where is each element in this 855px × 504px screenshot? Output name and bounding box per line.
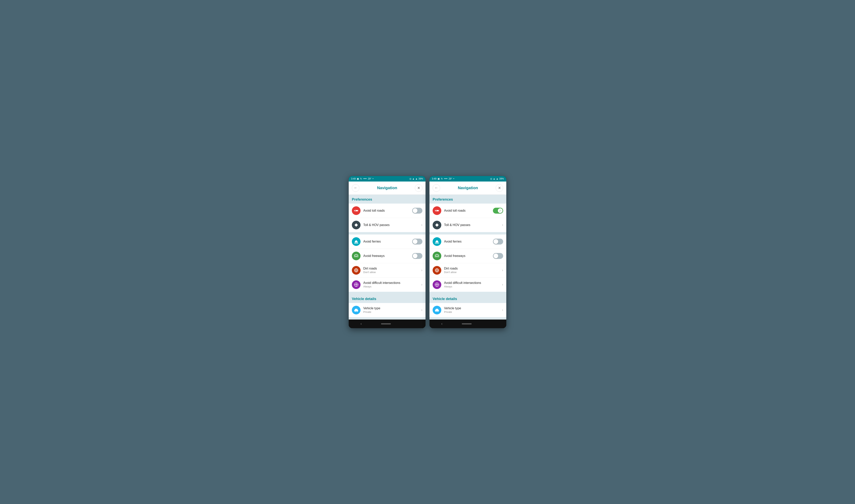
intersections-text-right: Avoid difficult intersections Always — [444, 281, 502, 288]
phone-right: 3:49 ▣ ↻ •••• 29° • ◎ ▲ ▲ 39% ← Navigati… — [430, 176, 506, 328]
close-button-left[interactable]: ✕ — [415, 184, 422, 192]
ferries-toggle-right[interactable] — [493, 239, 503, 245]
gap3-right — [430, 317, 506, 320]
toll-roads-label-left: Avoid toll roads — [363, 209, 412, 212]
signal-dots: •••• — [363, 177, 367, 180]
driving-list-right: Avoid ferries — [430, 234, 506, 292]
signal-icon: ▲ — [415, 177, 418, 180]
sim-icon-right: ▣ — [438, 177, 440, 180]
svg-point-18 — [436, 210, 437, 211]
hov-label-left: Toll & HOV passes — [363, 223, 421, 227]
dirt-label-left: Dirt roads — [363, 267, 421, 270]
hov-icon-left — [352, 221, 361, 229]
dirt-text-right: Dirt roads Don't allow — [444, 267, 502, 274]
avoid-freeways-item-right[interactable]: Avoid freeways — [430, 249, 506, 263]
freeways-text-left: Avoid freeways — [363, 254, 412, 258]
hov-text-left: Toll & HOV passes — [363, 223, 421, 227]
ferries-text-right: Avoid ferries — [444, 240, 493, 243]
gap1-right — [430, 232, 506, 234]
bottom-bar-right: ‹ — [430, 320, 506, 328]
vehicle-chevron-right: › — [502, 308, 503, 312]
dirt-chevron-left: › — [421, 268, 422, 272]
avoid-toll-roads-item-left[interactable]: Avoid toll roads — [349, 203, 425, 218]
toll-roads-knob-right: ✓ — [498, 208, 503, 213]
toll-icon-left — [352, 206, 361, 215]
svg-point-22 — [437, 270, 437, 270]
preferences-header-left: Preferences — [349, 195, 425, 203]
freeways-toggle-left[interactable] — [412, 253, 422, 259]
vehicle-type-sublabel-right: Private — [444, 310, 502, 313]
svg-point-15 — [355, 311, 355, 312]
back-button-left[interactable]: ← — [352, 184, 359, 192]
header-title-left: Navigation — [377, 186, 397, 190]
sync-icon-right: ↻ — [441, 177, 443, 180]
gap1-left — [349, 232, 425, 234]
preferences-list-right: Avoid toll roads ✓ Toll & HOV — [430, 203, 506, 232]
phone-left: 3:49 ▣ ↻ •••• 29° • ◎ ▲ ▲ 39% ← Navigati… — [349, 176, 425, 328]
vehicle-type-sublabel-left: Private — [363, 310, 421, 313]
vehicle-type-label-left: Vehicle type — [363, 307, 421, 310]
freeways-toggle-right[interactable] — [493, 253, 503, 259]
vehicle-type-text-left: Vehicle type Private — [363, 307, 421, 313]
vehicle-type-label-right: Vehicle type — [444, 307, 502, 310]
time-left: 3:49 — [351, 177, 355, 180]
toll-roads-toggle-right[interactable]: ✓ — [493, 208, 503, 214]
toll-hov-item-right[interactable]: Toll & HOV passes › — [430, 218, 506, 232]
bottom-bar-left: ‹ — [349, 320, 425, 328]
dirt-label-right: Dirt roads — [444, 267, 502, 270]
gap2-left — [349, 292, 425, 294]
system-back-right[interactable]: ‹ — [441, 322, 442, 326]
close-button-right[interactable]: ✕ — [496, 184, 503, 192]
toll-roads-label-right: Avoid toll roads — [444, 209, 493, 212]
ferries-label-right: Avoid ferries — [444, 240, 493, 243]
ferries-toggle-left[interactable] — [412, 239, 422, 245]
toll-roads-text-right: Avoid toll roads — [444, 209, 493, 212]
vehicle-chevron-left: › — [421, 308, 422, 312]
svg-point-32 — [436, 311, 436, 312]
toll-roads-toggle-left[interactable] — [412, 208, 422, 214]
home-indicator-left[interactable] — [381, 323, 391, 324]
freeways-knob-right — [493, 254, 498, 258]
signal-dots-right: •••• — [444, 177, 448, 180]
preferences-title-left: Preferences — [352, 197, 372, 201]
freeways-knob-left — [413, 254, 417, 258]
dot-left: • — [372, 177, 373, 180]
dirt-roads-item-left[interactable]: Dirt roads Don't allow › — [349, 263, 425, 277]
sync-icon: ↻ — [360, 177, 362, 180]
vehicle-list-right: Vehicle type Private › — [430, 303, 506, 317]
freeways-label-left: Avoid freeways — [363, 254, 412, 258]
avoid-intersections-item-left[interactable]: Avoid difficult intersections Always › — [349, 277, 425, 292]
dirt-chevron-right: › — [502, 268, 503, 272]
ferries-text-left: Avoid ferries — [363, 240, 412, 243]
vehicle-type-item-right[interactable]: Vehicle type Private › — [430, 303, 506, 317]
ferry-icon-left — [352, 237, 361, 246]
toll-hov-item-left[interactable]: Toll & HOV passes › — [349, 218, 425, 232]
svg-rect-14 — [354, 310, 358, 311]
sim-icon: ▣ — [357, 177, 359, 180]
preferences-list-left: Avoid toll roads Toll & HOV passes — [349, 203, 425, 232]
avoid-ferries-item-left[interactable]: Avoid ferries — [349, 234, 425, 249]
avoid-toll-roads-item-right[interactable]: Avoid toll roads ✓ — [430, 203, 506, 218]
battery-right: 39% — [499, 177, 504, 180]
status-bar-right: 3:49 ▣ ↻ •••• 29° • ◎ ▲ ▲ 39% — [430, 176, 506, 181]
vehicle-type-item-left[interactable]: Vehicle type Private › — [349, 303, 425, 317]
dirt-sublabel-right: Don't allow — [444, 271, 502, 274]
toll-icon-right — [433, 206, 441, 215]
dirt-roads-item-right[interactable]: Dirt roads Don't allow › — [430, 263, 506, 277]
back-button-right[interactable]: ← — [433, 184, 440, 192]
avoid-ferries-item-right[interactable]: Avoid ferries — [430, 234, 506, 249]
ferries-label-left: Avoid ferries — [363, 240, 412, 243]
back-icon-left: ← — [354, 186, 357, 190]
battery-left: 39% — [418, 177, 423, 180]
gap2-right — [430, 292, 506, 294]
vehicle-list-left: Vehicle type Private › — [349, 303, 425, 317]
svg-point-1 — [355, 210, 356, 211]
gap3-left — [349, 317, 425, 320]
temp-left: 29° — [368, 177, 371, 180]
header-title-right: Navigation — [458, 186, 478, 190]
home-indicator-right[interactable] — [462, 323, 472, 324]
system-back-left[interactable]: ‹ — [361, 322, 362, 326]
svg-rect-31 — [435, 310, 439, 311]
avoid-intersections-item-right[interactable]: Avoid difficult intersections Always › — [430, 277, 506, 292]
avoid-freeways-item-left[interactable]: Avoid freeways — [349, 249, 425, 263]
